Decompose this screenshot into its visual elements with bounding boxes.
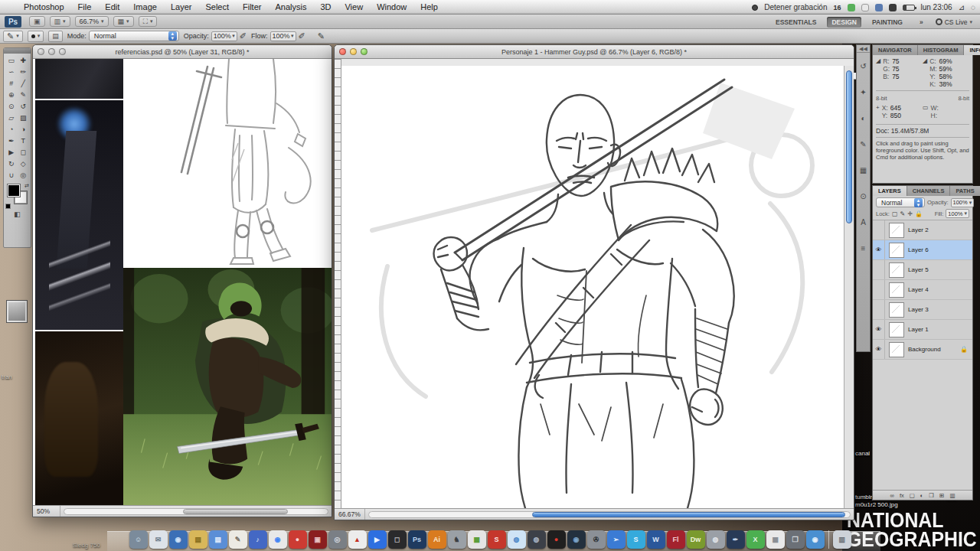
layers-footer-icon[interactable]: ❒ (929, 492, 934, 499)
tool-button[interactable]: ▨ (18, 112, 30, 123)
menubar-item[interactable]: File (71, 2, 99, 11)
layer-thumbnail[interactable] (889, 282, 904, 298)
desktop-file-label[interactable]: m0u1r2 500.jpg (855, 501, 898, 508)
layers-footer-icon[interactable]: ∞ (890, 492, 894, 499)
visibility-toggle[interactable]: 👁 (873, 220, 885, 240)
toggle-brush-panel-button[interactable]: ▤ (48, 31, 63, 42)
tool-button[interactable]: ◇ (18, 158, 30, 169)
swap-colors-icon[interactable]: ⇄ (24, 183, 29, 189)
tool-button[interactable]: ▭ (5, 54, 18, 66)
dock-icon[interactable]: ◉ (806, 530, 825, 549)
dock-icon[interactable]: ▶ (368, 530, 387, 549)
view-extras-button[interactable]: ▥▾ (50, 16, 70, 27)
menubar-item[interactable]: Image (126, 2, 164, 11)
dock-icon[interactable]: ◉ (169, 530, 188, 549)
tool-button[interactable]: T (18, 135, 30, 146)
panel-tab[interactable]: INFO (964, 45, 980, 55)
minimize-icon[interactable] (350, 48, 357, 55)
blend-mode-select[interactable]: Normal▲▼ (876, 197, 925, 207)
arrange-documents-button[interactable]: ▦▾ (113, 16, 134, 27)
dock-icon[interactable]: ◍ (528, 530, 546, 549)
dock-icon[interactable]: ◍ (508, 530, 526, 549)
tool-button[interactable]: ◎ (18, 169, 30, 181)
pressure-opacity-icon[interactable]: ✐ (240, 31, 247, 41)
menubar-item[interactable]: Edit (98, 2, 126, 11)
airplay-icon[interactable]: ⊿ (959, 3, 965, 11)
tool-button[interactable]: ✏ (18, 66, 30, 77)
panel-tab[interactable]: HISTOGRAM (918, 45, 965, 55)
menu-extra-icon-dark[interactable] (889, 4, 897, 11)
visibility-toggle[interactable]: 👁 (873, 300, 885, 319)
panel-tab[interactable]: LAYERS (873, 186, 907, 196)
dock-icon[interactable]: ▤ (189, 530, 207, 549)
menubar-item[interactable]: Photoshop (17, 2, 71, 11)
layer-row[interactable]: 👁 Layer 5 🔒 (873, 260, 972, 280)
minimize-icon[interactable] (48, 48, 55, 55)
dock-icon[interactable]: Ps (408, 530, 426, 549)
zoom-level-button[interactable]: 66.7%▾ (75, 16, 109, 27)
tool-button[interactable]: ↻ (5, 158, 18, 169)
layer-name[interactable]: Layer 1 (908, 326, 929, 333)
workspace-button[interactable]: DESIGN (827, 17, 861, 28)
dock-icon[interactable]: ✇ (587, 530, 606, 549)
visibility-toggle[interactable]: 👁 (873, 260, 885, 279)
layer-row[interactable]: 👁 Layer 1 🔒 (873, 320, 972, 340)
layer-row[interactable]: 👁 Layer 4 🔒 (873, 280, 972, 300)
menubar-clock[interactable]: lun 23:06 (921, 3, 952, 11)
brush-preset-picker[interactable]: ▾ (28, 31, 44, 42)
panel-tab[interactable]: PATHS (950, 186, 980, 196)
tablet-pressure-icon[interactable]: ✎ (318, 31, 325, 41)
layer-name[interactable]: Layer 2 (908, 227, 929, 233)
quick-mask-button[interactable]: ◧ (4, 209, 31, 220)
dock-icon[interactable]: Dw (687, 530, 705, 549)
scrollbar-thumb[interactable] (532, 512, 844, 517)
layer-row[interactable]: 👁 Layer 2 🔒 (873, 220, 972, 240)
workspace-overflow-button[interactable]: » (915, 17, 928, 28)
layer-row[interactable]: 👁 Layer 3 🔒 (873, 300, 972, 320)
spotlight-search-icon[interactable]: ◌ (971, 3, 975, 11)
dock-icon[interactable]: Ai (428, 530, 446, 549)
dock-icon[interactable]: ➢ (607, 530, 626, 549)
desktop-icon[interactable] (7, 301, 27, 322)
dock-icon[interactable]: ▲ (348, 530, 367, 549)
dock-icon[interactable]: ▣ (309, 530, 327, 549)
lock-transparency-icon[interactable]: ▢ (892, 210, 898, 217)
tool-button[interactable]: ✎ (18, 89, 30, 100)
menubar-item[interactable]: Window (370, 2, 413, 11)
menubar-item[interactable]: 3D (313, 2, 338, 11)
layer-name[interactable]: Layer 6 (908, 246, 929, 253)
layers-footer-icon[interactable]: ◐ (920, 492, 924, 499)
tool-button[interactable]: ╱ (18, 77, 30, 89)
dock-icon[interactable]: ◉ (567, 530, 586, 549)
tool-button[interactable]: ↺ (18, 100, 30, 112)
lock-all-icon[interactable]: 🔒 (915, 210, 923, 217)
dock-icon[interactable]: ◉ (269, 530, 287, 549)
default-colors-icon[interactable] (5, 204, 11, 209)
layer-opacity-field[interactable]: 100%▾ (951, 198, 975, 207)
screen-mode-button[interactable]: ⛶▾ (139, 16, 158, 27)
menu-extra-icon-blue[interactable] (875, 4, 883, 11)
menubar-item[interactable]: Analysis (268, 2, 313, 11)
layer-thumbnail[interactable] (889, 223, 904, 238)
layer-thumbnail[interactable] (889, 243, 904, 258)
zoom-window-icon[interactable] (361, 48, 368, 55)
scrollbar-thumb[interactable] (846, 70, 852, 223)
tool-button[interactable]: ⊙ (5, 100, 18, 112)
hammer-guy-zoom-field[interactable]: 66.67% (335, 509, 365, 520)
visibility-toggle[interactable]: 👁 (873, 340, 885, 359)
tool-button[interactable]: ◔ (5, 123, 18, 135)
close-icon[interactable] (38, 48, 44, 55)
flow-field[interactable]: 100%▾ (270, 31, 296, 41)
dock-icon[interactable]: ◍ (707, 530, 725, 549)
tool-button[interactable]: # (5, 77, 18, 89)
hammer-guy-h-scrollbar[interactable] (368, 511, 851, 518)
dock-icon[interactable]: ☺ (129, 530, 148, 549)
dock-icon[interactable]: W (647, 530, 665, 549)
layer-row[interactable]: 👁 Background 🔒 (873, 340, 972, 360)
zoom-window-icon[interactable] (59, 48, 66, 55)
visibility-toggle[interactable]: 👁 (873, 240, 885, 259)
dock-icon[interactable]: Fl (667, 530, 685, 549)
cs-live-button[interactable]: CS Live▾ (936, 18, 972, 26)
lock-pixels-icon[interactable]: ✎ (900, 210, 906, 217)
dock-icon[interactable]: ▤ (209, 530, 227, 549)
